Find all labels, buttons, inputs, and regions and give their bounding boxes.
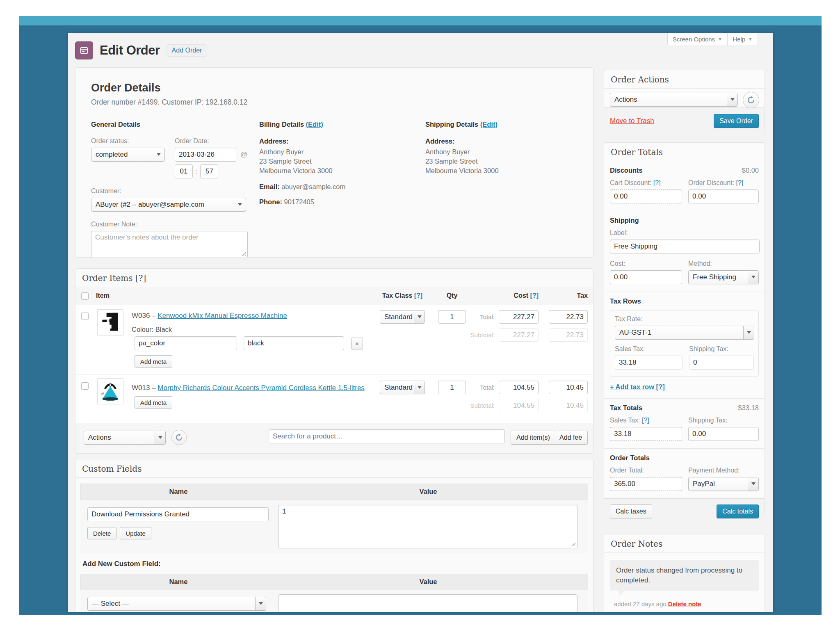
main-column: Order Details Order number #1499. Custom…	[75, 67, 593, 612]
order-notes-title: Order Notes	[604, 534, 765, 553]
order-hour-input[interactable]	[175, 164, 193, 178]
billing-details-heading: Billing Details	[259, 121, 304, 128]
tax-totals-shipping-input[interactable]	[688, 427, 759, 441]
help-link[interactable]: [?]	[414, 292, 422, 299]
move-to-trash-link[interactable]: Move to Trash	[610, 117, 654, 125]
order-totals-panel: Order Totals Discounts $0.00 Cart Discou…	[604, 142, 765, 518]
item-checkbox[interactable]	[81, 382, 89, 390]
product-search-input[interactable]	[269, 429, 505, 443]
help-link[interactable]: [?]	[653, 179, 661, 186]
apply-order-action-button[interactable]	[743, 92, 759, 108]
tax-totals-sales-input[interactable]	[610, 427, 682, 441]
items-actions-select[interactable]: Actions	[84, 431, 166, 445]
general-details-column: General Details Order status: completed	[91, 121, 259, 258]
note-meta: added 27 days ago Delete note	[614, 600, 759, 607]
line-subtotal-tax-input[interactable]	[549, 328, 588, 342]
help-link[interactable]: [?]	[530, 292, 539, 299]
chevron-down-icon	[418, 386, 422, 391]
product-link[interactable]: Morphy Richards Colour Accents Pyramid C…	[158, 384, 365, 392]
line-subtotal-tax-input[interactable]	[549, 399, 588, 412]
tax-class-select[interactable]: Standard	[380, 381, 425, 394]
custom-field-value-textarea[interactable]: 1	[278, 505, 578, 548]
shipping-label-input[interactable]	[610, 240, 760, 253]
help-link[interactable]: [?]	[736, 179, 744, 186]
refresh-icon	[175, 434, 183, 441]
new-custom-field-value-textarea[interactable]	[278, 594, 578, 612]
line-tax-input[interactable]	[549, 310, 588, 324]
item-name: W036 – Kenwood kMix Manual Espresso Mach…	[132, 312, 287, 320]
save-order-button[interactable]: Save Order	[714, 114, 759, 128]
tax-rate-select[interactable]: AU-GST-1	[615, 326, 754, 340]
order-date-label: Order Date:	[175, 137, 247, 145]
shipping-address-label: Address:	[425, 137, 581, 145]
custom-field-name-input[interactable]	[87, 507, 269, 521]
resize-grip-icon[interactable]	[240, 251, 246, 256]
update-custom-field-button[interactable]: Update	[120, 527, 151, 539]
line-total-input[interactable]	[499, 310, 539, 324]
shipping-method-select[interactable]: Free Shipping	[688, 270, 759, 284]
shipping-tax-input[interactable]	[689, 356, 754, 370]
cart-discount-input[interactable]	[610, 189, 682, 203]
shipping-edit-link[interactable]: (Edit)	[480, 121, 498, 128]
meta-value-input[interactable]	[244, 336, 344, 350]
custom-field-row: Delete Update 1	[80, 500, 588, 553]
billing-edit-link[interactable]: (Edit)	[306, 121, 323, 128]
note-bubble-tail	[619, 590, 625, 596]
add-meta-button[interactable]: Add meta	[135, 396, 172, 409]
tax-row-box: Tax Rate: AU-GST-1 Sales Tax: Shipping	[610, 310, 759, 377]
sales-tax-input[interactable]	[615, 356, 683, 370]
customer-note-textarea[interactable]: Customer's notes about the order	[91, 231, 248, 258]
order-notes-panel: Order Notes Order status changed from pr…	[604, 534, 765, 612]
screen-options-tab[interactable]: Screen Options ▼	[667, 33, 728, 45]
edit-order-icon	[75, 41, 93, 59]
order-status-select[interactable]: completed	[91, 148, 165, 162]
resize-grip-icon[interactable]	[570, 541, 575, 546]
meta-key-input[interactable]	[135, 336, 237, 350]
add-order-button[interactable]: Add Order	[167, 44, 208, 57]
frame-top-strip	[19, 16, 822, 25]
help-tab[interactable]: Help ▼	[727, 33, 758, 45]
billing-phone: Phone: 90172405	[259, 198, 425, 206]
payment-method-select[interactable]: PayPal	[688, 477, 759, 491]
customer-select[interactable]: ABuyer (#2 – abuyer@sample.com	[91, 198, 246, 212]
order-status-label: Order status:	[91, 137, 166, 145]
add-items-button[interactable]: Add item(s)	[511, 431, 556, 445]
order-items-header-row: Item Tax Class [?] Qty Cost [?] Tax	[75, 287, 593, 305]
order-actions-title: Order Actions	[604, 70, 765, 89]
add-tax-row-link[interactable]: + Add tax row [?]	[610, 383, 665, 391]
line-tax-input[interactable]	[549, 381, 588, 394]
order-date-input[interactable]	[175, 148, 236, 162]
chevron-down-icon: ▼	[718, 37, 722, 41]
add-meta-button[interactable]: Add meta	[135, 355, 172, 368]
help-link[interactable]: [?]	[642, 417, 649, 424]
item-checkbox[interactable]	[81, 313, 89, 320]
order-discount-input[interactable]	[688, 189, 759, 203]
calc-taxes-button[interactable]: Calc taxes	[610, 504, 652, 518]
custom-field-name-select[interactable]: — Select —	[87, 597, 266, 611]
remove-meta-button[interactable]: ×	[351, 338, 363, 349]
add-custom-field-header-row: Name Value	[80, 574, 588, 590]
line-subtotal-input[interactable]	[499, 328, 539, 342]
add-new-custom-field-heading: Add New Custom Field:	[82, 560, 588, 568]
chevron-down-icon	[158, 436, 162, 441]
order-discount-label: Order Discount: [?]	[688, 179, 759, 187]
column-header-qty: Qty	[438, 292, 466, 299]
line-subtotal-input[interactable]	[499, 399, 539, 412]
line-total-input[interactable]	[499, 381, 539, 394]
column-header-tax-class: Tax Class [?]	[380, 292, 425, 299]
delete-custom-field-button[interactable]: Delete	[87, 527, 116, 539]
delete-note-link[interactable]: Delete note	[668, 600, 701, 607]
order-actions-select[interactable]: Actions	[610, 93, 738, 107]
product-link[interactable]: Kenwood kMix Manual Espresso Machine	[158, 312, 287, 320]
select-all-checkbox[interactable]	[81, 292, 89, 300]
order-total-input[interactable]	[610, 477, 682, 491]
order-minute-input[interactable]	[200, 164, 218, 178]
shipping-cost-input[interactable]	[610, 270, 682, 284]
apply-actions-button[interactable]	[171, 430, 187, 445]
chevron-down-icon	[747, 331, 751, 336]
tax-rows-section: Tax Rows Tax Rate: AU-GST-1 Sales Tax:	[604, 292, 765, 398]
add-fee-button[interactable]: Add fee	[554, 431, 588, 445]
page-header: Edit Order Add Order	[75, 41, 207, 59]
tax-class-select[interactable]: Standard	[380, 310, 425, 324]
calc-totals-button[interactable]: Calc totals	[717, 504, 759, 518]
